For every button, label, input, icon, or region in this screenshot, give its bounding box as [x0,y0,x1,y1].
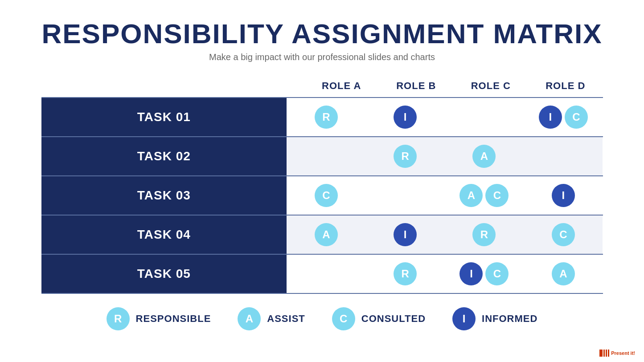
data-cell-02-roleA [287,137,365,175]
badge-R: R [394,145,417,168]
data-cell-01-roleD: I C [524,98,603,136]
data-cell-01-roleB: I [366,98,445,136]
data-cell-05-roleD: A [524,255,603,293]
column-headers: ROLE A ROLE B ROLE C ROLE D [304,80,603,97]
legend: R RESPONSIBLE A ASSIST C CONSULTED I INF… [107,307,538,330]
legend-label-responsible: RESPONSIBLE [136,313,211,325]
legend-item-informed: I INFORMED [452,307,537,330]
badge-I: I [539,106,562,129]
badge-C: C [485,184,509,207]
task-label-04: TASK 04 [137,228,191,242]
badge-A: A [472,145,496,168]
task-label-01: TASK 01 [137,110,191,124]
data-cell-05-roleA [287,255,365,293]
page-title: RESPONSIBILITY ASSIGNMENT MATRIX [41,18,602,49]
table-row: TASK 05 R I C A [41,254,603,294]
badge-I: I [552,184,575,207]
table-row: TASK 01 R I I C [41,97,603,136]
col-header-roleA: ROLE A [304,80,379,97]
page-header: RESPONSIBILITY ASSIGNMENT MATRIX Make a … [41,18,602,62]
table-row: TASK 04 A I R C [41,215,603,254]
table-row: TASK 03 C A C I [41,175,603,215]
badge-C: C [485,262,509,285]
branding: Present it! [599,350,635,357]
svg-rect-1 [603,350,605,357]
badge-I: I [459,262,483,285]
svg-rect-3 [608,350,609,357]
legend-item-responsible: R RESPONSIBLE [107,307,211,330]
data-cell-02-roleC: A [445,137,524,175]
task-label-02: TASK 02 [137,149,191,163]
task-cell-02: TASK 02 [41,137,287,175]
col-header-roleD: ROLE D [528,80,603,97]
data-cell-05-roleB: R [366,255,445,293]
task-label-05: TASK 05 [137,267,191,281]
task-label-03: TASK 03 [137,188,191,203]
table-row: TASK 02 R A [41,136,603,175]
badge-I: I [394,223,417,246]
matrix-container: ROLE A ROLE B ROLE C ROLE D TASK 01 R I … [41,80,603,294]
data-cell-04-roleC: R [445,216,524,254]
data-cell-05-roleC: I C [445,255,524,293]
task-cell-04: TASK 04 [41,216,287,254]
badge-R: R [472,223,496,246]
matrix-body: TASK 01 R I I C TASK 02 R A [41,97,603,294]
legend-badge-I: I [452,307,476,330]
legend-item-assist: A ASSIST [238,307,305,330]
data-cell-01-roleC [445,98,524,136]
legend-badge-C: C [332,307,355,330]
badge-A: A [459,184,483,207]
badge-C: C [315,184,338,207]
svg-rect-2 [606,350,607,357]
task-cell-03: TASK 03 [41,176,287,215]
brand-icon [599,350,609,357]
legend-label-assist: ASSIST [267,313,305,325]
task-cell-05: TASK 05 [41,255,287,293]
badge-R: R [315,106,338,129]
legend-item-consulted: C CONSULTED [332,307,426,330]
page-subtitle: Make a big impact with our professional … [41,52,602,62]
col-header-roleB: ROLE B [379,80,454,97]
task-cell-01: TASK 01 [41,98,287,136]
brand-text: Present it! [611,350,635,356]
legend-label-consulted: CONSULTED [361,313,426,325]
badge-C: C [565,106,588,129]
badge-A: A [315,223,338,246]
data-cell-03-roleD: I [524,176,603,215]
data-cell-02-roleB: R [366,137,445,175]
legend-badge-R: R [107,307,130,330]
svg-rect-0 [599,350,603,357]
badge-I: I [394,106,417,129]
col-header-roleC: ROLE C [454,80,529,97]
data-cell-04-roleD: C [524,216,603,254]
data-cell-04-roleA: A [287,216,365,254]
badge-A: A [552,262,575,285]
badge-R: R [394,262,417,285]
legend-badge-A: A [238,307,261,330]
badge-C: C [552,223,575,246]
data-cell-03-roleA: C [287,176,365,215]
data-cell-01-roleA: R [287,98,365,136]
legend-label-informed: INFORMED [482,313,537,325]
data-cell-03-roleC: A C [445,176,524,215]
data-cell-03-roleB [366,176,445,215]
data-cell-04-roleB: I [366,216,445,254]
data-cell-02-roleD [524,137,603,175]
